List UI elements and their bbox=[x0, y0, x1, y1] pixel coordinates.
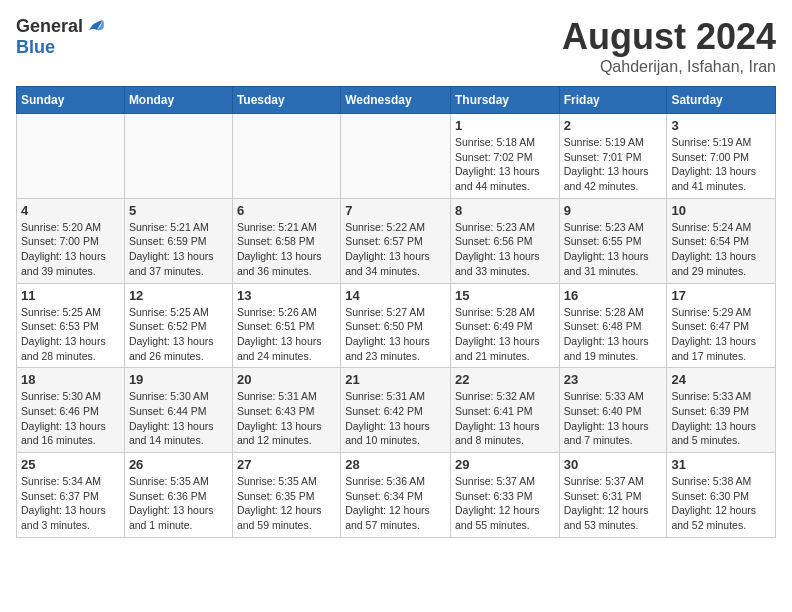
weekday-thursday: Thursday bbox=[450, 87, 559, 114]
calendar-cell: 11Sunrise: 5:25 AMSunset: 6:53 PMDayligh… bbox=[17, 283, 125, 368]
calendar-cell: 6Sunrise: 5:21 AMSunset: 6:58 PMDaylight… bbox=[232, 198, 340, 283]
day-number: 23 bbox=[564, 372, 663, 387]
day-info: Sunrise: 5:23 AMSunset: 6:55 PMDaylight:… bbox=[564, 220, 663, 279]
day-number: 10 bbox=[671, 203, 771, 218]
day-info: Sunrise: 5:19 AMSunset: 7:00 PMDaylight:… bbox=[671, 135, 771, 194]
day-info: Sunrise: 5:29 AMSunset: 6:47 PMDaylight:… bbox=[671, 305, 771, 364]
calendar-cell: 10Sunrise: 5:24 AMSunset: 6:54 PMDayligh… bbox=[667, 198, 776, 283]
day-number: 4 bbox=[21, 203, 120, 218]
day-number: 7 bbox=[345, 203, 446, 218]
day-info: Sunrise: 5:35 AMSunset: 6:35 PMDaylight:… bbox=[237, 474, 336, 533]
weekday-wednesday: Wednesday bbox=[341, 87, 451, 114]
day-number: 20 bbox=[237, 372, 336, 387]
logo-general: General bbox=[16, 16, 83, 36]
location-subtitle: Qahderijan, Isfahan, Iran bbox=[562, 58, 776, 76]
calendar-cell: 5Sunrise: 5:21 AMSunset: 6:59 PMDaylight… bbox=[124, 198, 232, 283]
day-number: 18 bbox=[21, 372, 120, 387]
day-number: 22 bbox=[455, 372, 555, 387]
calendar-cell bbox=[232, 114, 340, 199]
calendar-week-3: 11Sunrise: 5:25 AMSunset: 6:53 PMDayligh… bbox=[17, 283, 776, 368]
day-info: Sunrise: 5:31 AMSunset: 6:43 PMDaylight:… bbox=[237, 389, 336, 448]
day-number: 28 bbox=[345, 457, 446, 472]
day-number: 30 bbox=[564, 457, 663, 472]
day-info: Sunrise: 5:23 AMSunset: 6:56 PMDaylight:… bbox=[455, 220, 555, 279]
day-number: 9 bbox=[564, 203, 663, 218]
calendar-week-1: 1Sunrise: 5:18 AMSunset: 7:02 PMDaylight… bbox=[17, 114, 776, 199]
weekday-header-row: SundayMondayTuesdayWednesdayThursdayFrid… bbox=[17, 87, 776, 114]
calendar-cell: 8Sunrise: 5:23 AMSunset: 6:56 PMDaylight… bbox=[450, 198, 559, 283]
day-info: Sunrise: 5:31 AMSunset: 6:42 PMDaylight:… bbox=[345, 389, 446, 448]
day-number: 21 bbox=[345, 372, 446, 387]
day-number: 12 bbox=[129, 288, 228, 303]
calendar-cell: 27Sunrise: 5:35 AMSunset: 6:35 PMDayligh… bbox=[232, 453, 340, 538]
calendar-cell: 19Sunrise: 5:30 AMSunset: 6:44 PMDayligh… bbox=[124, 368, 232, 453]
calendar-cell: 28Sunrise: 5:36 AMSunset: 6:34 PMDayligh… bbox=[341, 453, 451, 538]
calendar-cell: 25Sunrise: 5:34 AMSunset: 6:37 PMDayligh… bbox=[17, 453, 125, 538]
day-number: 19 bbox=[129, 372, 228, 387]
page-header: General Blue August 2024 Qahderijan, Isf… bbox=[16, 16, 776, 76]
day-number: 17 bbox=[671, 288, 771, 303]
day-info: Sunrise: 5:28 AMSunset: 6:49 PMDaylight:… bbox=[455, 305, 555, 364]
day-number: 31 bbox=[671, 457, 771, 472]
day-number: 3 bbox=[671, 118, 771, 133]
calendar-cell: 1Sunrise: 5:18 AMSunset: 7:02 PMDaylight… bbox=[450, 114, 559, 199]
weekday-sunday: Sunday bbox=[17, 87, 125, 114]
calendar-week-4: 18Sunrise: 5:30 AMSunset: 6:46 PMDayligh… bbox=[17, 368, 776, 453]
calendar-cell: 24Sunrise: 5:33 AMSunset: 6:39 PMDayligh… bbox=[667, 368, 776, 453]
calendar-cell: 7Sunrise: 5:22 AMSunset: 6:57 PMDaylight… bbox=[341, 198, 451, 283]
day-number: 8 bbox=[455, 203, 555, 218]
day-info: Sunrise: 5:33 AMSunset: 6:39 PMDaylight:… bbox=[671, 389, 771, 448]
day-info: Sunrise: 5:20 AMSunset: 7:00 PMDaylight:… bbox=[21, 220, 120, 279]
month-year-title: August 2024 bbox=[562, 16, 776, 58]
title-block: August 2024 Qahderijan, Isfahan, Iran bbox=[562, 16, 776, 76]
calendar-cell: 31Sunrise: 5:38 AMSunset: 6:30 PMDayligh… bbox=[667, 453, 776, 538]
logo-text: General Blue bbox=[16, 16, 109, 58]
calendar-week-5: 25Sunrise: 5:34 AMSunset: 6:37 PMDayligh… bbox=[17, 453, 776, 538]
day-number: 1 bbox=[455, 118, 555, 133]
day-info: Sunrise: 5:35 AMSunset: 6:36 PMDaylight:… bbox=[129, 474, 228, 533]
day-number: 13 bbox=[237, 288, 336, 303]
day-info: Sunrise: 5:38 AMSunset: 6:30 PMDaylight:… bbox=[671, 474, 771, 533]
calendar-cell: 15Sunrise: 5:28 AMSunset: 6:49 PMDayligh… bbox=[450, 283, 559, 368]
day-info: Sunrise: 5:22 AMSunset: 6:57 PMDaylight:… bbox=[345, 220, 446, 279]
day-info: Sunrise: 5:28 AMSunset: 6:48 PMDaylight:… bbox=[564, 305, 663, 364]
calendar-cell: 4Sunrise: 5:20 AMSunset: 7:00 PMDaylight… bbox=[17, 198, 125, 283]
day-info: Sunrise: 5:25 AMSunset: 6:53 PMDaylight:… bbox=[21, 305, 120, 364]
day-info: Sunrise: 5:21 AMSunset: 6:59 PMDaylight:… bbox=[129, 220, 228, 279]
day-number: 6 bbox=[237, 203, 336, 218]
calendar-cell: 23Sunrise: 5:33 AMSunset: 6:40 PMDayligh… bbox=[559, 368, 667, 453]
weekday-saturday: Saturday bbox=[667, 87, 776, 114]
day-number: 25 bbox=[21, 457, 120, 472]
day-info: Sunrise: 5:25 AMSunset: 6:52 PMDaylight:… bbox=[129, 305, 228, 364]
day-info: Sunrise: 5:34 AMSunset: 6:37 PMDaylight:… bbox=[21, 474, 120, 533]
day-info: Sunrise: 5:21 AMSunset: 6:58 PMDaylight:… bbox=[237, 220, 336, 279]
calendar-cell: 30Sunrise: 5:37 AMSunset: 6:31 PMDayligh… bbox=[559, 453, 667, 538]
logo-bird-icon bbox=[85, 16, 107, 38]
calendar-cell: 13Sunrise: 5:26 AMSunset: 6:51 PMDayligh… bbox=[232, 283, 340, 368]
day-info: Sunrise: 5:19 AMSunset: 7:01 PMDaylight:… bbox=[564, 135, 663, 194]
calendar-cell bbox=[341, 114, 451, 199]
calendar-cell: 21Sunrise: 5:31 AMSunset: 6:42 PMDayligh… bbox=[341, 368, 451, 453]
calendar-cell: 16Sunrise: 5:28 AMSunset: 6:48 PMDayligh… bbox=[559, 283, 667, 368]
weekday-tuesday: Tuesday bbox=[232, 87, 340, 114]
calendar-cell: 26Sunrise: 5:35 AMSunset: 6:36 PMDayligh… bbox=[124, 453, 232, 538]
calendar-cell: 12Sunrise: 5:25 AMSunset: 6:52 PMDayligh… bbox=[124, 283, 232, 368]
day-info: Sunrise: 5:37 AMSunset: 6:31 PMDaylight:… bbox=[564, 474, 663, 533]
calendar-cell: 14Sunrise: 5:27 AMSunset: 6:50 PMDayligh… bbox=[341, 283, 451, 368]
calendar-cell: 20Sunrise: 5:31 AMSunset: 6:43 PMDayligh… bbox=[232, 368, 340, 453]
day-info: Sunrise: 5:32 AMSunset: 6:41 PMDaylight:… bbox=[455, 389, 555, 448]
calendar-cell: 2Sunrise: 5:19 AMSunset: 7:01 PMDaylight… bbox=[559, 114, 667, 199]
day-info: Sunrise: 5:24 AMSunset: 6:54 PMDaylight:… bbox=[671, 220, 771, 279]
day-number: 11 bbox=[21, 288, 120, 303]
day-info: Sunrise: 5:36 AMSunset: 6:34 PMDaylight:… bbox=[345, 474, 446, 533]
calendar-cell: 9Sunrise: 5:23 AMSunset: 6:55 PMDaylight… bbox=[559, 198, 667, 283]
calendar-cell: 3Sunrise: 5:19 AMSunset: 7:00 PMDaylight… bbox=[667, 114, 776, 199]
calendar-cell: 17Sunrise: 5:29 AMSunset: 6:47 PMDayligh… bbox=[667, 283, 776, 368]
day-number: 27 bbox=[237, 457, 336, 472]
day-number: 5 bbox=[129, 203, 228, 218]
day-number: 2 bbox=[564, 118, 663, 133]
day-info: Sunrise: 5:33 AMSunset: 6:40 PMDaylight:… bbox=[564, 389, 663, 448]
calendar-cell: 29Sunrise: 5:37 AMSunset: 6:33 PMDayligh… bbox=[450, 453, 559, 538]
day-info: Sunrise: 5:27 AMSunset: 6:50 PMDaylight:… bbox=[345, 305, 446, 364]
calendar-cell bbox=[124, 114, 232, 199]
